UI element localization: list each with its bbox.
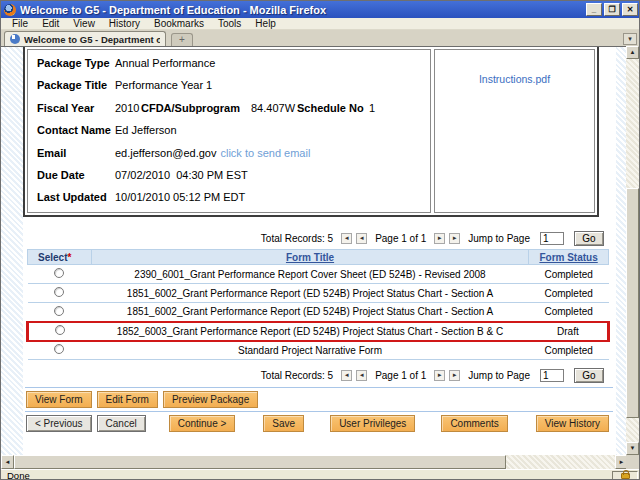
navigation-buttons: < Previous Cancel Continue > Save User P… xyxy=(26,415,616,432)
divider xyxy=(25,387,613,388)
new-tab-button[interactable]: + xyxy=(171,33,193,46)
last-page-icon[interactable]: ► xyxy=(449,370,460,381)
vertical-scrollbar[interactable]: ▲ ▼ xyxy=(626,46,639,455)
first-page-icon[interactable]: ◄ xyxy=(341,233,352,244)
prev-page-icon[interactable]: ◄ xyxy=(356,233,367,244)
field-value: Performance Year 1 xyxy=(115,79,212,91)
go-button[interactable]: Go xyxy=(574,368,604,383)
table-row: 1852_6003_Grant Performance Report (ED 5… xyxy=(28,322,609,341)
form-status-cell: Draft xyxy=(529,322,609,341)
action-button[interactable]: User Privileges xyxy=(330,415,415,432)
form-title-cell: 1851_6002_Grant Performance Report (ED 5… xyxy=(91,284,528,303)
next-page-icon[interactable]: ► xyxy=(434,370,445,381)
minimize-button[interactable]: _ xyxy=(586,3,602,16)
total-records-label: Total Records: 5 xyxy=(261,233,333,244)
horizontal-scrollbar[interactable]: ◄ ► xyxy=(1,455,628,469)
tab-bar: Welcome to G5 - Department of Edu... + ▾ xyxy=(1,30,640,46)
table-row: 1851_6002_Grant Performance Report (ED 5… xyxy=(28,284,609,303)
form-select-radio[interactable] xyxy=(54,306,64,316)
vertical-scroll-thumb[interactable] xyxy=(626,188,639,418)
menu-item[interactable]: Edit xyxy=(35,18,66,29)
form-title-cell: 2390_6001_Grant Performance Report Cover… xyxy=(91,265,528,284)
form-select-radio[interactable] xyxy=(54,268,64,278)
field-label: Package Title xyxy=(37,79,115,91)
field-value: 10/01/2010 05:12 PM EDT xyxy=(115,191,245,203)
form-title-sort-link[interactable]: Form Title xyxy=(286,252,334,263)
scroll-left-icon[interactable]: ◄ xyxy=(1,455,14,469)
select-cell xyxy=(28,303,92,322)
field-label: Package Type xyxy=(37,57,115,69)
jump-to-page-label: Jump to Page xyxy=(468,233,530,244)
form-title-cell: 1852_6003_Grant Performance Report (ED 5… xyxy=(91,322,528,341)
required-asterisk: * xyxy=(67,252,71,263)
field-value: Annual Performance xyxy=(115,57,215,69)
form-title-column-header: Form Title xyxy=(91,250,528,265)
restore-button[interactable]: ❐ xyxy=(604,3,620,16)
form-title-cell: Standard Project Narrative Form xyxy=(91,341,528,360)
divider xyxy=(25,411,613,412)
instructions-pdf-link[interactable]: Instructions.pdf xyxy=(479,73,550,85)
select-cell xyxy=(28,284,92,303)
package-detail-frames: Package Type Annual Performance Package … xyxy=(23,47,599,217)
field-label: Fiscal Year xyxy=(37,102,115,114)
next-page-icon[interactable]: ► xyxy=(434,233,445,244)
select-cell xyxy=(28,322,92,341)
total-records-label: Total Records: 5 xyxy=(261,370,333,381)
menu-item[interactable]: View xyxy=(66,18,102,29)
field-label: CFDA/Subprogram xyxy=(141,102,251,114)
action-button[interactable]: Preview Package xyxy=(163,391,258,408)
security-indicator[interactable] xyxy=(612,471,638,480)
action-button[interactable]: Cancel xyxy=(97,415,146,432)
page-viewport: Package Type Annual Performance Package … xyxy=(1,46,628,455)
scroll-down-icon[interactable]: ▼ xyxy=(626,442,639,455)
form-title-cell: 1851_6002_Grant Performance Report (ED 5… xyxy=(91,303,528,322)
field-label: Contact Name xyxy=(37,124,115,136)
form-status-cell: Completed xyxy=(529,303,609,322)
form-select-radio[interactable] xyxy=(54,287,64,297)
action-button[interactable]: Continue > xyxy=(169,415,236,432)
action-button[interactable]: Comments xyxy=(441,415,507,432)
active-tab[interactable]: Welcome to G5 - Department of Edu... xyxy=(4,31,166,46)
field-label: Schedule No xyxy=(297,102,369,114)
jump-to-page-label: Jump to Page xyxy=(468,370,530,381)
email-value: ed.jefferson@ed.gov xyxy=(115,147,216,159)
menu-item[interactable]: Tools xyxy=(211,18,248,29)
menu-item[interactable]: Help xyxy=(248,18,283,29)
jump-to-page-input[interactable] xyxy=(540,369,564,382)
action-button[interactable]: View Form xyxy=(26,391,92,408)
prev-page-icon[interactable]: ◄ xyxy=(356,370,367,381)
status-bar: Done xyxy=(1,469,640,480)
field-value: 2010 xyxy=(115,102,141,114)
go-button[interactable]: Go xyxy=(574,231,604,246)
select-cell xyxy=(28,341,92,360)
menu-item[interactable]: Bookmarks xyxy=(147,18,211,29)
menu-item[interactable]: File xyxy=(5,18,35,29)
status-text: Done xyxy=(1,470,612,480)
jump-to-page-input[interactable] xyxy=(540,232,564,245)
horizontal-scroll-thumb[interactable] xyxy=(14,455,506,469)
page-indicator: Page 1 of 1 xyxy=(375,233,426,244)
tab-title: Welcome to G5 - Department of Edu... xyxy=(24,34,160,45)
form-status-cell: Completed xyxy=(529,265,609,284)
close-button[interactable]: ✕ xyxy=(622,3,638,16)
field-value: 84.407W xyxy=(251,102,297,114)
form-action-buttons: View Form Edit Form Preview Package xyxy=(26,391,616,408)
form-status-cell: Completed xyxy=(529,284,609,303)
page-content: Package Type Annual Performance Package … xyxy=(23,47,616,455)
menu-item[interactable]: History xyxy=(102,18,147,29)
forms-table: Select* Form Title Form Status 2390_6001… xyxy=(26,249,610,360)
form-select-radio[interactable] xyxy=(55,325,65,335)
action-button[interactable]: Edit Form xyxy=(97,391,158,408)
scroll-up-icon[interactable]: ▲ xyxy=(626,46,639,59)
form-select-radio[interactable] xyxy=(54,344,64,354)
pagination-bottom: Total Records: 5 ◄ ◄ Page 1 of 1 ► ► Jum… xyxy=(23,367,616,383)
action-button[interactable]: Save xyxy=(263,415,304,432)
send-email-link[interactable]: click to send email xyxy=(220,147,310,159)
form-status-sort-link[interactable]: Form Status xyxy=(539,252,597,263)
tab-list-dropdown-icon[interactable]: ▾ xyxy=(623,33,637,45)
table-row: 2390_6001_Grant Performance Report Cover… xyxy=(28,265,609,284)
action-button[interactable]: View History xyxy=(536,415,609,432)
action-button[interactable]: < Previous xyxy=(26,415,92,432)
last-page-icon[interactable]: ► xyxy=(449,233,460,244)
first-page-icon[interactable]: ◄ xyxy=(341,370,352,381)
